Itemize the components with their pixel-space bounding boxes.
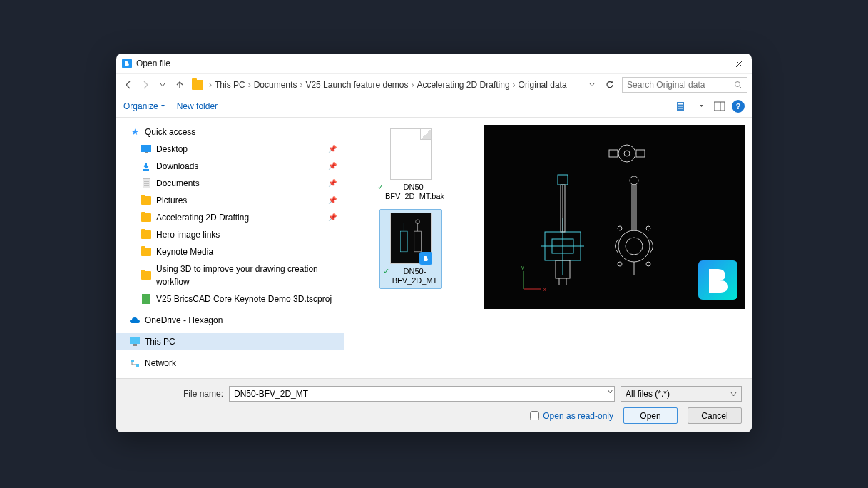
preview-pane-button[interactable] [713,100,726,113]
folder-icon [141,270,152,281]
titlebar: Open file [116,54,752,73]
folder-icon [192,80,203,90]
svg-text:x: x [543,287,546,292]
folder-icon [141,246,152,258]
document-icon [141,178,152,189]
file-thumbnail [390,213,432,264]
svg-rect-7 [141,145,151,152]
breadcrumb[interactable]: V25 Launch feature demos [304,80,409,90]
nav-bar: › This PC› Documents› V25 Launch feature… [116,73,752,95]
svg-rect-2 [678,103,683,105]
pin-icon: 📌 [328,194,337,207]
tree-item-folder[interactable]: Keynote Media [116,243,344,260]
open-file-dialog: Open file › This PC› Documents› V25 Laun… [116,54,752,432]
read-only-checkbox[interactable]: Open as read-only [530,411,613,421]
file-tile-bak[interactable]: ✓DN50-BFV_2D_MT.bak [379,125,442,205]
recent-dropdown[interactable] [155,77,170,93]
svg-rect-21 [414,231,422,252]
svg-rect-18 [136,364,139,367]
file-tile-cad[interactable]: ✓DN50-BFV_2D_MT [379,209,442,289]
app-icon [122,59,132,68]
address-bar[interactable]: › This PC› Documents› V25 Launch feature… [189,77,585,93]
close-button[interactable] [732,56,746,71]
pin-icon: 📌 [328,177,337,190]
tree-item-documents[interactable]: Documents📌 [116,175,344,192]
project-icon [141,293,152,305]
network-icon [129,357,141,369]
svg-point-0 [735,81,740,86]
cancel-button[interactable]: Cancel [688,407,742,424]
search-input[interactable] [627,80,734,90]
filename-input[interactable] [229,386,615,402]
svg-rect-8 [145,152,148,153]
open-button[interactable]: Open [623,407,678,424]
search-box[interactable] [622,77,747,93]
filename-dropdown[interactable] [607,388,613,395]
pictures-icon [141,195,152,206]
dialog-title: Open file [136,59,170,68]
tree-item-file[interactable]: V25 BricsCAD Core Keynote Demo 3D.tscpro… [116,290,344,307]
view-dropdown[interactable] [695,100,708,113]
nav-tree: ★ Quick access Desktop📌 Downloads📌 Docum… [116,118,344,378]
breadcrumb[interactable]: Accelerating 2D Drafting [416,80,511,90]
forward-button[interactable] [138,77,153,93]
dialog-body: ★ Quick access Desktop📌 Downloads📌 Docum… [116,118,752,378]
desktop-icon [141,143,152,155]
folder-icon [141,229,152,240]
back-button[interactable] [121,77,136,93]
file-type-filter[interactable]: All files (*.*) [621,386,742,402]
tree-item-pictures[interactable]: Pictures📌 [116,192,344,209]
tree-item-folder[interactable]: Accelerating 2D Drafting📌 [116,209,344,226]
file-thumbnail [390,128,432,180]
folder-icon [141,212,152,223]
star-icon: ★ [129,126,141,138]
pc-icon [129,336,141,347]
help-button[interactable]: ? [732,100,745,113]
svg-rect-4 [678,108,683,109]
search-icon [734,81,742,89]
up-button[interactable] [172,77,188,93]
sync-icon: ✓ [377,183,384,192]
refresh-button[interactable] [602,77,618,93]
pin-icon: 📌 [328,160,337,173]
svg-rect-15 [130,337,140,344]
cloud-icon [129,315,141,326]
read-only-input[interactable] [530,411,539,420]
tree-item-downloads[interactable]: Downloads📌 [116,158,344,175]
breadcrumb[interactable]: Documents [252,80,299,90]
chevron-down-icon [730,391,737,397]
filename-label: File name: [183,389,223,399]
pin-icon: 📌 [328,143,337,156]
svg-rect-14 [142,294,150,304]
svg-rect-16 [133,344,137,346]
pin-icon: 📌 [328,211,337,224]
app-badge-icon [419,252,432,265]
tree-item-desktop[interactable]: Desktop📌 [116,141,344,158]
toolbar: Organize New folder ? [116,95,752,118]
tree-item-folder[interactable]: Using 3D to improve your drawing creatio… [116,260,344,290]
preview-pane: x y [477,118,752,378]
dialog-footer: File name: All files (*.*) Open as read-… [116,378,752,432]
svg-rect-5 [714,102,725,111]
view-mode-button[interactable] [676,100,689,113]
address-dropdown[interactable] [586,77,598,93]
download-icon [141,161,152,172]
svg-rect-3 [678,106,683,107]
preview-image: x y [484,125,745,309]
organize-button[interactable]: Organize [123,101,165,111]
tree-this-pc[interactable]: This PC [116,333,344,350]
breadcrumb[interactable]: Original data [517,80,568,90]
sync-icon: ✓ [383,267,389,276]
breadcrumb[interactable]: This PC [213,80,247,90]
svg-rect-17 [131,360,134,362]
tree-onedrive[interactable]: OneDrive - Hexagon [116,312,344,329]
file-list: ✓DN50-BFV_2D_MT.bak ✓DN50-BFV_2D_MT [344,118,477,378]
tree-item-folder[interactable]: Hero image links [116,226,344,243]
content-area: ✓DN50-BFV_2D_MT.bak ✓DN50-BFV_2D_MT [344,118,752,378]
tree-quick-access[interactable]: ★ Quick access [116,123,344,141]
tree-network[interactable]: Network [116,355,344,372]
new-folder-button[interactable]: New folder [177,101,218,111]
svg-text:y: y [521,265,524,270]
svg-rect-19 [401,231,408,252]
